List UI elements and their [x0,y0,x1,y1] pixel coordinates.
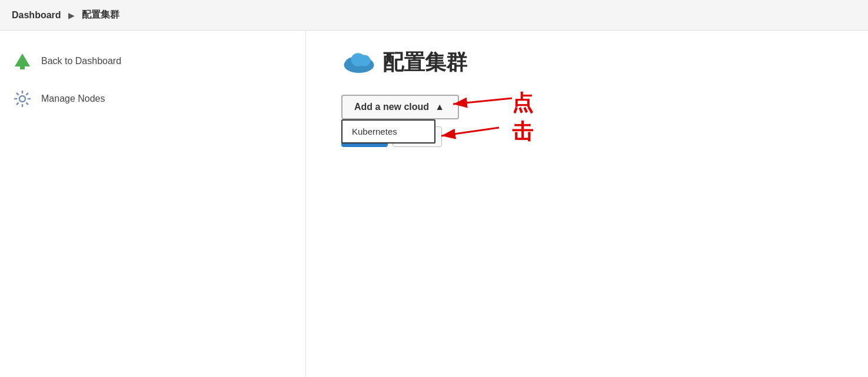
breadcrumb-bar: Dashboard ▶ 配置集群 [0,0,868,31]
gear-icon [12,88,33,109]
main-content: 配置集群 点击 Add a new cloud ▲ [306,31,868,377]
svg-line-10 [16,103,19,105]
kubernetes-label: Kubernetes [352,126,397,136]
svg-line-17 [453,98,512,104]
sidebar-item-back-to-dashboard[interactable]: Back to Dashboard [0,42,305,80]
breadcrumb-dashboard: Dashboard [12,10,61,21]
page-title: 配置集群 [383,48,467,77]
breadcrumb-current: 配置集群 [82,9,119,21]
svg-point-2 [19,96,25,102]
main-layout: Back to Dashboard [0,31,868,377]
svg-rect-1 [20,66,25,69]
svg-line-7 [16,93,19,95]
breadcrumb-separator: ▶ [68,11,75,20]
add-cloud-dropdown: Add a new cloud ▲ Kubernetes [341,95,459,119]
add-cloud-button[interactable]: Add a new cloud ▲ [341,95,459,119]
up-arrow-icon [12,51,33,72]
svg-line-8 [26,103,29,105]
dropdown-item-kubernetes[interactable]: Kubernetes [342,121,434,142]
sidebar-item-manage-nodes[interactable]: Manage Nodes [0,80,305,118]
dropdown-menu: Kubernetes [341,119,435,144]
svg-marker-0 [15,54,30,66]
cloud-icon [341,48,377,77]
dropdown-arrow-icon: ▲ [435,102,444,112]
svg-point-15 [358,55,371,66]
add-cloud-button-label: Add a new cloud [354,102,429,112]
svg-line-9 [26,93,29,95]
manage-nodes-label: Manage Nodes [41,94,105,104]
back-to-dashboard-label: Back to Dashboard [41,56,121,66]
sidebar: Back to Dashboard [0,31,306,377]
annotation-dianji: 点击 [512,89,533,146]
page-header: 配置集群 [341,48,833,77]
